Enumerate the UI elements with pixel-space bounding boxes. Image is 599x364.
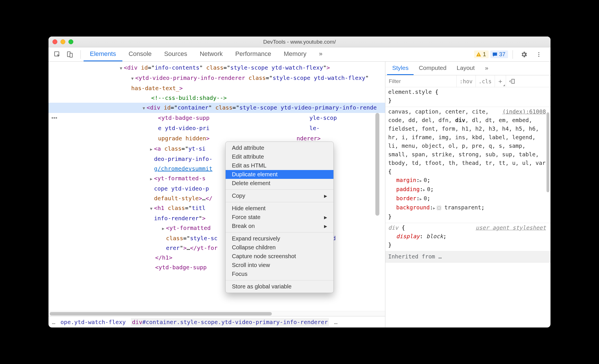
messages-count: 37 bbox=[499, 51, 505, 58]
styles-tabs-overflow-icon[interactable]: » bbox=[480, 62, 493, 75]
warnings-count: 1 bbox=[483, 51, 486, 58]
source-link[interactable]: (index):61008 bbox=[502, 108, 546, 116]
chevron-right-icon: ▶ bbox=[324, 215, 327, 220]
context-menu-item[interactable]: Edit attribute bbox=[226, 152, 333, 161]
tab-memory[interactable]: Memory bbox=[278, 47, 313, 61]
context-menu-label: Focus bbox=[232, 271, 247, 277]
messages-badge[interactable]: 37 bbox=[490, 50, 508, 58]
context-menu-label: Add attribute bbox=[232, 145, 264, 151]
tab-network[interactable]: Network bbox=[193, 47, 229, 61]
svg-rect-2 bbox=[70, 53, 72, 57]
context-menu-label: Expand recursively bbox=[232, 235, 280, 242]
svg-point-7 bbox=[538, 56, 539, 57]
context-menu-item[interactable]: Capture node screenshot bbox=[226, 252, 333, 261]
context-menu-label: Edit attribute bbox=[232, 153, 264, 160]
context-menu-item[interactable]: Hide element bbox=[226, 204, 333, 213]
tab-performance[interactable]: Performance bbox=[229, 47, 278, 61]
main-tabs: Elements Console Sources Network Perform… bbox=[84, 47, 329, 61]
chevron-right-icon: ▶ bbox=[324, 194, 327, 198]
context-menu-label: Force state bbox=[232, 214, 260, 221]
dom-tree[interactable]: ▼<div id="info-contents" class="style-sc… bbox=[48, 62, 385, 311]
rule-user-agent[interactable]: user agent stylesheet div { display: blo… bbox=[385, 223, 551, 251]
hov-toggle[interactable]: :hov bbox=[457, 75, 476, 87]
gear-icon[interactable] bbox=[519, 50, 529, 59]
context-menu-separator bbox=[226, 202, 333, 202]
gutter-dots-icon[interactable]: ••• bbox=[51, 115, 57, 121]
svg-point-5 bbox=[538, 52, 539, 53]
filter-input[interactable] bbox=[385, 75, 457, 87]
more-icon[interactable] bbox=[534, 50, 544, 59]
elements-panel: ••• ▼<div id="info-contents" class="styl… bbox=[48, 62, 385, 327]
context-menu-label: Copy bbox=[232, 193, 245, 199]
context-menu-label: Store as global variable bbox=[232, 283, 292, 290]
rule-element-style[interactable]: element.style { } bbox=[385, 87, 551, 107]
context-menu-item[interactable]: Duplicate element bbox=[226, 170, 333, 179]
context-menu-separator bbox=[226, 280, 333, 280]
breadcrumb-seg-2[interactable]: div#container.style-scope.ytd-video-prim… bbox=[131, 318, 329, 326]
link-fragment-2[interactable]: g/chromedevsummit bbox=[154, 165, 213, 172]
tab-layout[interactable]: Layout bbox=[452, 62, 480, 75]
context-menu-item[interactable]: Store as global variable bbox=[226, 282, 333, 291]
inherited-from-bar[interactable]: Inherited from … bbox=[385, 251, 551, 262]
context-menu-item[interactable]: Edit as HTML bbox=[226, 161, 333, 170]
elements-vertical-scrollbar[interactable] bbox=[375, 113, 379, 216]
separator bbox=[513, 50, 513, 59]
dom-comment: <!--css-build:shady--> bbox=[151, 94, 227, 101]
chevron-right-icon: ▶ bbox=[324, 224, 327, 228]
styles-panel: Styles Computed Layout » :hov .cls ＋ ele… bbox=[385, 62, 551, 327]
breadcrumb-trailing-ellipsis[interactable]: … bbox=[334, 319, 337, 325]
context-menu-item[interactable]: Force state▶ bbox=[226, 213, 333, 222]
color-swatch-icon[interactable] bbox=[437, 206, 441, 210]
context-menu: Add attributeEdit attributeEdit as HTMLD… bbox=[225, 141, 334, 293]
svg-point-6 bbox=[538, 54, 539, 55]
elements-horizontal-scrollbar[interactable] bbox=[48, 311, 385, 316]
context-menu-separator bbox=[226, 189, 333, 190]
titlebar: DevTools - www.youtube.com/ bbox=[48, 37, 551, 47]
inspect-icon[interactable] bbox=[52, 50, 62, 59]
tab-styles[interactable]: Styles bbox=[387, 62, 414, 75]
new-style-rule-button[interactable]: ＋ bbox=[495, 75, 506, 87]
tab-computed[interactable]: Computed bbox=[414, 62, 452, 75]
main-area: ••• ▼<div id="info-contents" class="styl… bbox=[48, 62, 551, 327]
cls-toggle[interactable]: .cls bbox=[476, 75, 495, 87]
context-menu-label: Scroll into view bbox=[232, 262, 270, 268]
context-menu-label: Delete element bbox=[232, 180, 270, 187]
context-menu-item[interactable]: Copy▶ bbox=[226, 191, 333, 200]
device-toggle-icon[interactable] bbox=[65, 50, 75, 59]
tab-sources[interactable]: Sources bbox=[158, 47, 193, 61]
warnings-badge[interactable]: 1 bbox=[474, 50, 489, 58]
styles-vertical-scrollbar[interactable] bbox=[546, 87, 550, 327]
context-menu-label: Edit as HTML bbox=[232, 162, 266, 169]
styles-tabs: Styles Computed Layout » bbox=[385, 62, 551, 75]
context-menu-item[interactable]: Expand recursively bbox=[226, 234, 333, 243]
context-menu-item[interactable]: Collapse children bbox=[226, 243, 333, 252]
rule-reset[interactable]: (index):61008 canvas, caption, center, c… bbox=[385, 107, 551, 223]
context-menu-label: Collapse children bbox=[232, 244, 276, 251]
context-menu-item[interactable]: Scroll into view bbox=[226, 261, 333, 270]
context-menu-separator bbox=[226, 232, 333, 232]
separator bbox=[80, 50, 81, 59]
svg-rect-8 bbox=[512, 79, 514, 83]
svg-rect-3 bbox=[478, 54, 479, 55]
styles-toolbar: :hov .cls ＋ bbox=[385, 75, 551, 87]
tabs-overflow-icon[interactable]: » bbox=[313, 47, 329, 61]
selected-node[interactable]: ▼<div id="container" class="style-scope … bbox=[48, 103, 385, 113]
context-menu-label: Break on bbox=[232, 223, 255, 229]
window-title: DevTools - www.youtube.com/ bbox=[48, 39, 551, 45]
breadcrumb-leading-ellipsis[interactable]: … bbox=[52, 319, 55, 325]
main-toolbar: Elements Console Sources Network Perform… bbox=[48, 47, 551, 62]
breadcrumb: … ope.ytd-watch-flexy div#container.styl… bbox=[48, 316, 385, 327]
context-menu-item[interactable]: Add attribute bbox=[226, 143, 333, 152]
computed-panel-icon[interactable] bbox=[506, 78, 518, 84]
tab-elements[interactable]: Elements bbox=[84, 47, 122, 61]
context-menu-label: Duplicate element bbox=[232, 171, 278, 178]
context-menu-label: Capture node screenshot bbox=[232, 253, 296, 260]
ua-source: user agent stylesheet bbox=[475, 224, 546, 232]
styles-content[interactable]: element.style { } (index):61008 canvas, … bbox=[385, 87, 551, 327]
devtools-window: DevTools - www.youtube.com/ Elements Con… bbox=[48, 37, 551, 327]
context-menu-item[interactable]: Break on▶ bbox=[226, 222, 333, 230]
context-menu-item[interactable]: Delete element bbox=[226, 179, 333, 188]
tab-console[interactable]: Console bbox=[122, 47, 158, 61]
breadcrumb-seg-1[interactable]: ope.ytd-watch-flexy bbox=[60, 319, 126, 325]
context-menu-item[interactable]: Focus bbox=[226, 270, 333, 278]
